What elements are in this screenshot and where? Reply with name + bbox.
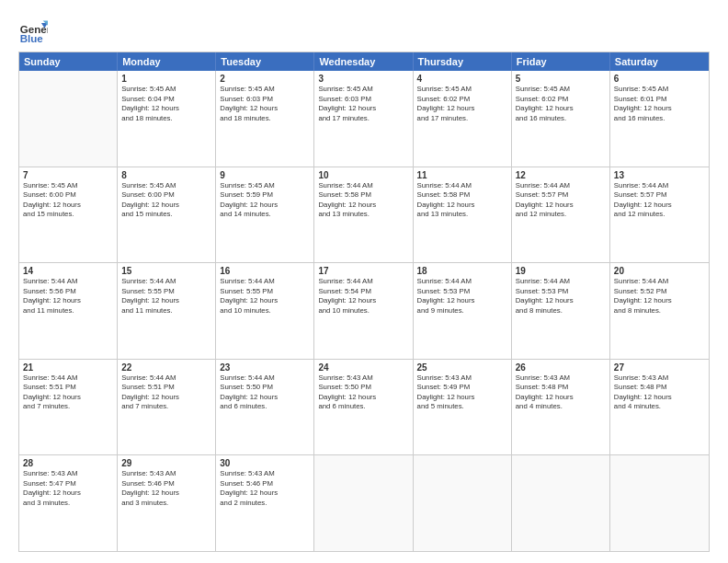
- calendar-cell: 19Sunrise: 5:44 AMSunset: 5:53 PMDayligh…: [512, 263, 610, 359]
- day-number: 15: [121, 266, 211, 276]
- calendar-cell: [610, 455, 709, 551]
- cell-info: Sunrise: 5:43 AMSunset: 5:50 PMDaylight:…: [318, 373, 408, 412]
- calendar-cell: 29Sunrise: 5:43 AMSunset: 5:46 PMDayligh…: [118, 455, 216, 551]
- calendar-row: 28Sunrise: 5:43 AMSunset: 5:47 PMDayligh…: [19, 454, 709, 551]
- weekday-header: Monday: [118, 52, 216, 71]
- cell-info: Sunrise: 5:43 AMSunset: 5:48 PMDaylight:…: [516, 373, 606, 412]
- logo-icon: General Blue: [18, 17, 48, 46]
- day-number: 29: [121, 458, 211, 468]
- cell-info: Sunrise: 5:44 AMSunset: 5:52 PMDaylight:…: [614, 277, 705, 316]
- calendar-row: 1Sunrise: 5:45 AMSunset: 6:04 PMDaylight…: [19, 71, 709, 167]
- calendar-cell: 12Sunrise: 5:44 AMSunset: 5:57 PMDayligh…: [512, 167, 610, 263]
- calendar-cell: 24Sunrise: 5:43 AMSunset: 5:50 PMDayligh…: [314, 360, 413, 455]
- cell-info: Sunrise: 5:43 AMSunset: 5:48 PMDaylight:…: [614, 373, 705, 412]
- calendar-cell: 7Sunrise: 5:45 AMSunset: 6:00 PMDaylight…: [19, 167, 118, 263]
- cell-info: Sunrise: 5:45 AMSunset: 6:00 PMDaylight:…: [121, 181, 211, 220]
- calendar-header: SundayMondayTuesdayWednesdayThursdayFrid…: [19, 52, 709, 71]
- calendar-cell: 30Sunrise: 5:43 AMSunset: 5:46 PMDayligh…: [216, 455, 314, 551]
- header: General Blue: [18, 17, 710, 46]
- weekday-header: Sunday: [19, 52, 118, 71]
- calendar-cell: 22Sunrise: 5:44 AMSunset: 5:51 PMDayligh…: [118, 360, 216, 455]
- cell-info: Sunrise: 5:44 AMSunset: 5:50 PMDaylight:…: [220, 373, 310, 412]
- day-number: 13: [614, 170, 705, 180]
- cell-info: Sunrise: 5:45 AMSunset: 6:03 PMDaylight:…: [318, 85, 408, 123]
- day-number: 24: [318, 362, 408, 373]
- cell-info: Sunrise: 5:45 AMSunset: 6:04 PMDaylight:…: [121, 85, 211, 123]
- weekday-header: Thursday: [414, 52, 512, 71]
- day-number: 19: [516, 266, 606, 276]
- day-number: 18: [417, 266, 507, 276]
- day-number: 3: [318, 74, 408, 84]
- cell-info: Sunrise: 5:44 AMSunset: 5:55 PMDaylight:…: [220, 277, 310, 316]
- calendar-cell: 2Sunrise: 5:45 AMSunset: 6:03 PMDaylight…: [216, 71, 314, 167]
- logo: General Blue: [18, 17, 48, 46]
- calendar-cell: 16Sunrise: 5:44 AMSunset: 5:55 PMDayligh…: [216, 263, 314, 359]
- cell-info: Sunrise: 5:44 AMSunset: 5:55 PMDaylight:…: [121, 277, 211, 316]
- calendar-cell: 1Sunrise: 5:45 AMSunset: 6:04 PMDaylight…: [118, 71, 216, 167]
- calendar-cell: 21Sunrise: 5:44 AMSunset: 5:51 PMDayligh…: [19, 360, 118, 455]
- day-number: 6: [614, 74, 705, 84]
- calendar-cell: 25Sunrise: 5:43 AMSunset: 5:49 PMDayligh…: [414, 360, 512, 455]
- cell-info: Sunrise: 5:44 AMSunset: 5:58 PMDaylight:…: [417, 181, 507, 220]
- calendar-cell: 5Sunrise: 5:45 AMSunset: 6:02 PMDaylight…: [512, 71, 610, 167]
- calendar: SundayMondayTuesdayWednesdayThursdayFrid…: [18, 52, 710, 552]
- calendar-cell: 18Sunrise: 5:44 AMSunset: 5:53 PMDayligh…: [414, 263, 512, 359]
- weekday-header: Saturday: [610, 52, 709, 71]
- cell-info: Sunrise: 5:44 AMSunset: 5:57 PMDaylight:…: [516, 181, 606, 220]
- day-number: 12: [516, 170, 606, 180]
- calendar-row: 21Sunrise: 5:44 AMSunset: 5:51 PMDayligh…: [19, 359, 709, 455]
- calendar-cell: 10Sunrise: 5:44 AMSunset: 5:58 PMDayligh…: [314, 167, 413, 263]
- cell-info: Sunrise: 5:44 AMSunset: 5:51 PMDaylight:…: [121, 373, 211, 412]
- calendar-cell: 4Sunrise: 5:45 AMSunset: 6:02 PMDaylight…: [414, 71, 512, 167]
- day-number: 27: [614, 362, 705, 373]
- day-number: 16: [220, 266, 310, 276]
- day-number: 28: [23, 458, 113, 468]
- calendar-body: 1Sunrise: 5:45 AMSunset: 6:04 PMDaylight…: [19, 71, 709, 551]
- calendar-row: 7Sunrise: 5:45 AMSunset: 6:00 PMDaylight…: [19, 167, 709, 263]
- cell-info: Sunrise: 5:45 AMSunset: 5:59 PMDaylight:…: [220, 181, 310, 220]
- day-number: 8: [121, 170, 211, 180]
- calendar-cell: [512, 455, 610, 551]
- calendar-cell: 6Sunrise: 5:45 AMSunset: 6:01 PMDaylight…: [610, 71, 709, 167]
- cell-info: Sunrise: 5:44 AMSunset: 5:57 PMDaylight:…: [614, 181, 705, 220]
- cell-info: Sunrise: 5:45 AMSunset: 6:02 PMDaylight:…: [417, 85, 507, 123]
- cell-info: Sunrise: 5:44 AMSunset: 5:58 PMDaylight:…: [318, 181, 408, 220]
- cell-info: Sunrise: 5:45 AMSunset: 6:03 PMDaylight:…: [220, 85, 310, 123]
- day-number: 2: [220, 74, 310, 84]
- calendar-cell: 3Sunrise: 5:45 AMSunset: 6:03 PMDaylight…: [314, 71, 413, 167]
- calendar-cell: 17Sunrise: 5:44 AMSunset: 5:54 PMDayligh…: [314, 263, 413, 359]
- calendar-cell: 15Sunrise: 5:44 AMSunset: 5:55 PMDayligh…: [118, 263, 216, 359]
- calendar-row: 14Sunrise: 5:44 AMSunset: 5:56 PMDayligh…: [19, 262, 709, 359]
- cell-info: Sunrise: 5:44 AMSunset: 5:51 PMDaylight:…: [23, 373, 113, 412]
- calendar-cell: 28Sunrise: 5:43 AMSunset: 5:47 PMDayligh…: [19, 455, 118, 551]
- day-number: 26: [516, 362, 606, 373]
- cell-info: Sunrise: 5:43 AMSunset: 5:47 PMDaylight:…: [23, 469, 113, 508]
- weekday-header: Tuesday: [216, 52, 314, 71]
- day-number: 4: [417, 74, 507, 84]
- day-number: 22: [121, 362, 211, 373]
- page: General Blue SundayMondayTuesdayWednesda…: [0, 0, 728, 563]
- calendar-cell: [314, 455, 413, 551]
- day-number: 1: [121, 74, 211, 84]
- calendar-cell: 26Sunrise: 5:43 AMSunset: 5:48 PMDayligh…: [512, 360, 610, 455]
- weekday-header: Friday: [512, 52, 610, 71]
- calendar-cell: [414, 455, 512, 551]
- calendar-cell: 13Sunrise: 5:44 AMSunset: 5:57 PMDayligh…: [610, 167, 709, 263]
- day-number: 14: [23, 266, 113, 276]
- day-number: 17: [318, 266, 408, 276]
- day-number: 23: [220, 362, 310, 373]
- cell-info: Sunrise: 5:44 AMSunset: 5:54 PMDaylight:…: [318, 277, 408, 316]
- day-number: 21: [23, 362, 113, 373]
- cell-info: Sunrise: 5:43 AMSunset: 5:46 PMDaylight:…: [220, 469, 310, 508]
- weekday-header: Wednesday: [314, 52, 413, 71]
- calendar-cell: 20Sunrise: 5:44 AMSunset: 5:52 PMDayligh…: [610, 263, 709, 359]
- calendar-cell: [19, 71, 118, 167]
- cell-info: Sunrise: 5:43 AMSunset: 5:49 PMDaylight:…: [417, 373, 507, 412]
- cell-info: Sunrise: 5:45 AMSunset: 6:00 PMDaylight:…: [23, 181, 113, 220]
- calendar-cell: 14Sunrise: 5:44 AMSunset: 5:56 PMDayligh…: [19, 263, 118, 359]
- day-number: 11: [417, 170, 507, 180]
- calendar-cell: 9Sunrise: 5:45 AMSunset: 5:59 PMDaylight…: [216, 167, 314, 263]
- day-number: 10: [318, 170, 408, 180]
- cell-info: Sunrise: 5:45 AMSunset: 6:01 PMDaylight:…: [614, 85, 705, 123]
- cell-info: Sunrise: 5:44 AMSunset: 5:53 PMDaylight:…: [516, 277, 606, 316]
